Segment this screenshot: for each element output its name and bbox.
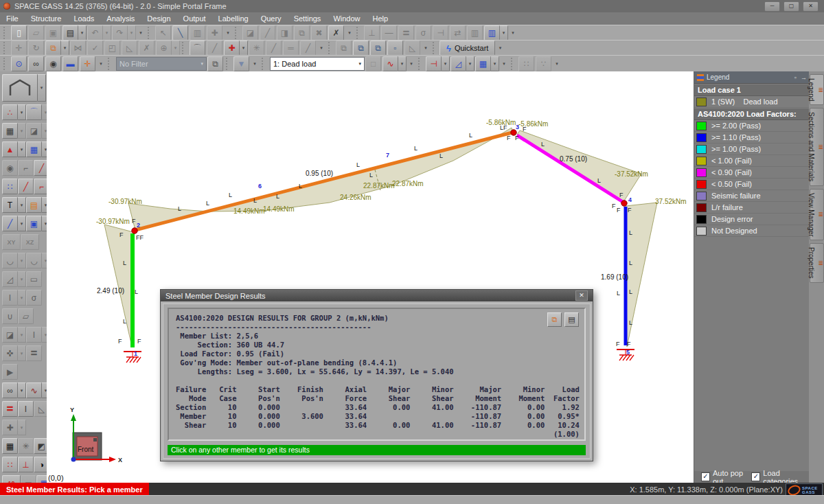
member-left-rafter[interactable] [135,133,512,230]
cross-tool-button[interactable]: ✗ [139,41,154,56]
axial-force-display-button[interactable]: ⊣ [426,56,442,71]
toolbar-overflow-arrow[interactable]: ▾ [421,41,431,55]
filter-combo[interactable]: No Filter▾ [116,57,207,71]
dropdown-arrow[interactable]: ▾ [18,271,26,287]
delete-tool-button[interactable]: ✖ [311,25,327,41]
node-points-button[interactable]: ∴ [2,104,18,120]
results-tool-button[interactable]: σ [415,25,431,41]
shade-tool-button[interactable]: ◪ [2,327,18,343]
cable-tool-button[interactable]: ◡ [26,253,42,268]
dropdown-arrow[interactable]: ▾ [500,25,508,41]
open-file-button[interactable]: ▱ [28,25,44,41]
render-next-button[interactable]: ∵ [536,56,551,71]
print-button[interactable]: ▤ [62,25,78,41]
box-link-button[interactable]: ⧉ [370,41,386,56]
load-case-combo[interactable]: 1: Dead load▾ [270,57,365,71]
menu-item-window[interactable]: Window [327,13,366,24]
filter-funnel-button[interactable]: ▼ [233,56,249,71]
dropdown-arrow[interactable]: ▾ [18,253,26,268]
node-dot[interactable] [132,228,137,233]
menu-item-structure[interactable]: Structure [25,13,68,24]
ruler-tool-button[interactable]: ▭ [21,475,36,483]
arc-member-button[interactable]: ⌒ [26,104,42,120]
dropdown-arrow[interactable]: ▾ [78,25,87,41]
dropdown-arrow[interactable]: ▾ [18,345,26,361]
radial-tool-button[interactable]: ✳ [249,41,264,56]
spline-tool-button[interactable]: ╱ [207,41,222,56]
dropdown-arrow[interactable]: ▾ [398,56,407,71]
toolbar-overflow-arrow[interactable]: ▾ [136,26,146,40]
dropdown-arrow[interactable]: ▾ [491,56,499,71]
dropdown-arrow[interactable]: ▾ [172,41,180,56]
menu-item-query[interactable]: Query [255,13,288,24]
node-connect-button[interactable]: ✚ [224,41,240,56]
menu-item-file[interactable]: File [0,13,25,24]
toolbar-overflow-arrow[interactable]: ▾ [96,57,106,71]
dropdown-arrow[interactable]: ▾ [18,197,26,213]
dropdown-arrow[interactable]: ▾ [18,141,26,157]
reduce-tool-button[interactable]: ◺ [122,41,137,56]
maximize-button[interactable]: ▢ [783,1,799,12]
toolbar-overflow-arrow[interactable]: ▾ [508,26,518,40]
red-dots-button[interactable]: ∷ [2,457,18,472]
equal-tool-button[interactable]: ═ [283,41,299,56]
side-tab-legend[interactable]: ≣Legend [810,74,824,105]
copy-paste-button[interactable]: ⧉ [45,41,61,56]
menu-item-help[interactable]: Help [367,13,395,24]
chart-tool-button[interactable]: ▥ [467,25,483,41]
star-grid-button[interactable]: ✳ [18,438,34,454]
save-file-button[interactable]: ▣ [45,25,61,41]
box-small-button[interactable]: ▫ [387,41,403,56]
dropdown-arrow[interactable]: ▾ [61,41,69,56]
quickstart-button[interactable]: ϟQuickstart [439,41,495,56]
rect-section-button[interactable]: ▭ [26,271,42,287]
dropdown-arrow[interactable]: ▾ [18,104,26,120]
offset-tool-button[interactable]: ⌐ [34,179,47,194]
dropdown-arrow[interactable]: ▾ [18,290,26,306]
sigma-section-button[interactable]: σ [26,290,42,306]
dropdown-arrow[interactable]: ▾ [18,420,26,435]
ghost-box-button[interactable]: □ [365,56,381,71]
group-tool-button[interactable]: ⊕ [156,41,172,56]
new-document-button[interactable]: ▯ [11,25,27,41]
dark-grid-button[interactable]: ▦ [2,438,18,454]
lock-tool-button[interactable]: ◉ [2,160,18,176]
mirror-pages-button[interactable]: ⋈ [70,41,86,56]
rotate-tool-button[interactable]: ↻ [28,41,44,56]
menu-item-settings[interactable]: Settings [288,13,328,24]
copy-report-button[interactable]: ⧉ [547,312,562,327]
auto-pop-out-checkbox[interactable]: ✓ [701,472,710,481]
undo-button[interactable]: ↶ [87,25,103,41]
dropdown-arrow[interactable]: ▾ [442,56,450,71]
find-node-button[interactable]: ∞ [28,56,44,71]
clamp-tool-button[interactable]: ⊣ [433,25,448,41]
dropdown-arrow[interactable]: ▾ [240,41,248,56]
grid-points-button[interactable]: ▦ [2,123,18,139]
photo-view-button[interactable]: ◩ [34,438,47,454]
redo-button[interactable]: ↷ [112,25,128,41]
close-icon[interactable]: ✕ [575,290,588,301]
dropdown-arrow[interactable]: ▾ [18,216,26,231]
node-pair-button[interactable]: ∷ [2,179,18,194]
render-option-button[interactable]: ∷ [518,56,534,71]
swap-tool-button[interactable]: ⇄ [450,25,466,41]
dim-10-button[interactable]: 10 [2,475,21,483]
play-animation-button[interactable]: ▶ [2,364,18,380]
plane-xz-button[interactable]: XZ [21,234,39,250]
angle-tool-button[interactable]: ◺ [404,41,420,56]
filter-copy-button[interactable]: ⧉ [207,56,223,71]
arch-tool-button[interactable]: ◡ [2,253,18,268]
dash-tool-button[interactable]: — [381,25,397,41]
menu-item-loads[interactable]: Loads [67,13,100,24]
i-section-button[interactable]: I [2,290,18,306]
plate-section-button[interactable]: ▱ [18,308,34,324]
menu-item-output[interactable]: Output [177,13,212,24]
split-tool-button[interactable]: ╱ [260,25,275,41]
text-tool-button[interactable]: T [2,197,18,213]
eraser-button[interactable]: ◪ [26,123,42,139]
blue-line-tool-button[interactable]: ╱ [2,216,18,231]
u-section-button[interactable]: ∪ [2,308,18,324]
box-import-button[interactable]: ⧉ [336,41,352,56]
grid-toggle-button[interactable]: ▥ [190,25,205,41]
support-tool-button[interactable]: ⊥ [364,25,380,41]
